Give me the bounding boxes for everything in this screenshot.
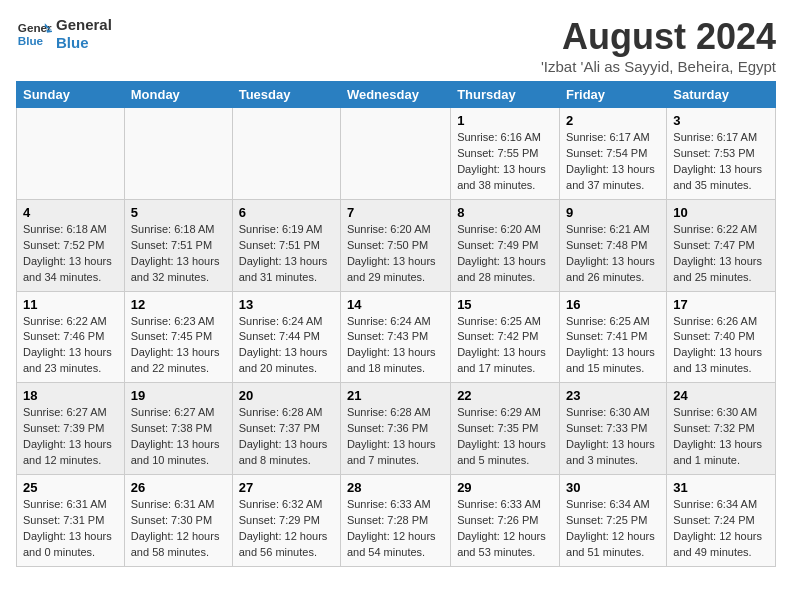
day-number: 16 <box>566 297 660 312</box>
title-area: August 2024 'Izbat 'Ali as Sayyid, Behei… <box>541 16 776 75</box>
header-wednesday: Wednesday <box>340 82 450 108</box>
day-cell: 23Sunrise: 6:30 AM Sunset: 7:33 PM Dayli… <box>560 383 667 475</box>
day-number: 24 <box>673 388 769 403</box>
day-cell: 27Sunrise: 6:32 AM Sunset: 7:29 PM Dayli… <box>232 475 340 567</box>
logo: General Blue General Blue <box>16 16 112 52</box>
day-cell <box>17 108 125 200</box>
day-cell <box>232 108 340 200</box>
day-cell: 18Sunrise: 6:27 AM Sunset: 7:39 PM Dayli… <box>17 383 125 475</box>
day-number: 6 <box>239 205 334 220</box>
day-number: 30 <box>566 480 660 495</box>
header-tuesday: Tuesday <box>232 82 340 108</box>
header-saturday: Saturday <box>667 82 776 108</box>
day-info: Sunrise: 6:24 AM Sunset: 7:44 PM Dayligh… <box>239 314 334 378</box>
day-cell: 20Sunrise: 6:28 AM Sunset: 7:37 PM Dayli… <box>232 383 340 475</box>
svg-text:Blue: Blue <box>18 34 44 47</box>
day-number: 10 <box>673 205 769 220</box>
logo-line2: Blue <box>56 34 112 52</box>
day-info: Sunrise: 6:21 AM Sunset: 7:48 PM Dayligh… <box>566 222 660 286</box>
day-info: Sunrise: 6:27 AM Sunset: 7:39 PM Dayligh… <box>23 405 118 469</box>
day-info: Sunrise: 6:34 AM Sunset: 7:25 PM Dayligh… <box>566 497 660 561</box>
day-cell: 25Sunrise: 6:31 AM Sunset: 7:31 PM Dayli… <box>17 475 125 567</box>
day-cell: 4Sunrise: 6:18 AM Sunset: 7:52 PM Daylig… <box>17 199 125 291</box>
header: General Blue General Blue August 2024 'I… <box>16 16 776 75</box>
header-sunday: Sunday <box>17 82 125 108</box>
day-cell: 16Sunrise: 6:25 AM Sunset: 7:41 PM Dayli… <box>560 291 667 383</box>
day-number: 2 <box>566 113 660 128</box>
day-cell: 2Sunrise: 6:17 AM Sunset: 7:54 PM Daylig… <box>560 108 667 200</box>
day-number: 31 <box>673 480 769 495</box>
day-cell: 29Sunrise: 6:33 AM Sunset: 7:26 PM Dayli… <box>451 475 560 567</box>
day-info: Sunrise: 6:18 AM Sunset: 7:51 PM Dayligh… <box>131 222 226 286</box>
week-row-3: 11Sunrise: 6:22 AM Sunset: 7:46 PM Dayli… <box>17 291 776 383</box>
day-number: 25 <box>23 480 118 495</box>
day-info: Sunrise: 6:34 AM Sunset: 7:24 PM Dayligh… <box>673 497 769 561</box>
day-number: 5 <box>131 205 226 220</box>
main-title: August 2024 <box>541 16 776 58</box>
day-cell: 3Sunrise: 6:17 AM Sunset: 7:53 PM Daylig… <box>667 108 776 200</box>
day-cell: 11Sunrise: 6:22 AM Sunset: 7:46 PM Dayli… <box>17 291 125 383</box>
day-info: Sunrise: 6:16 AM Sunset: 7:55 PM Dayligh… <box>457 130 553 194</box>
day-info: Sunrise: 6:17 AM Sunset: 7:53 PM Dayligh… <box>673 130 769 194</box>
subtitle: 'Izbat 'Ali as Sayyid, Beheira, Egypt <box>541 58 776 75</box>
day-cell: 8Sunrise: 6:20 AM Sunset: 7:49 PM Daylig… <box>451 199 560 291</box>
day-cell: 1Sunrise: 6:16 AM Sunset: 7:55 PM Daylig… <box>451 108 560 200</box>
day-cell <box>124 108 232 200</box>
day-info: Sunrise: 6:20 AM Sunset: 7:50 PM Dayligh… <box>347 222 444 286</box>
day-number: 27 <box>239 480 334 495</box>
day-info: Sunrise: 6:31 AM Sunset: 7:31 PM Dayligh… <box>23 497 118 561</box>
day-cell: 9Sunrise: 6:21 AM Sunset: 7:48 PM Daylig… <box>560 199 667 291</box>
day-number: 22 <box>457 388 553 403</box>
day-cell: 5Sunrise: 6:18 AM Sunset: 7:51 PM Daylig… <box>124 199 232 291</box>
day-number: 18 <box>23 388 118 403</box>
day-info: Sunrise: 6:18 AM Sunset: 7:52 PM Dayligh… <box>23 222 118 286</box>
day-number: 9 <box>566 205 660 220</box>
day-info: Sunrise: 6:32 AM Sunset: 7:29 PM Dayligh… <box>239 497 334 561</box>
day-number: 20 <box>239 388 334 403</box>
calendar-header-row: SundayMondayTuesdayWednesdayThursdayFrid… <box>17 82 776 108</box>
day-info: Sunrise: 6:33 AM Sunset: 7:28 PM Dayligh… <box>347 497 444 561</box>
day-info: Sunrise: 6:33 AM Sunset: 7:26 PM Dayligh… <box>457 497 553 561</box>
day-info: Sunrise: 6:22 AM Sunset: 7:46 PM Dayligh… <box>23 314 118 378</box>
day-cell: 28Sunrise: 6:33 AM Sunset: 7:28 PM Dayli… <box>340 475 450 567</box>
day-number: 17 <box>673 297 769 312</box>
day-cell <box>340 108 450 200</box>
day-number: 1 <box>457 113 553 128</box>
week-row-2: 4Sunrise: 6:18 AM Sunset: 7:52 PM Daylig… <box>17 199 776 291</box>
day-cell: 12Sunrise: 6:23 AM Sunset: 7:45 PM Dayli… <box>124 291 232 383</box>
day-cell: 6Sunrise: 6:19 AM Sunset: 7:51 PM Daylig… <box>232 199 340 291</box>
day-cell: 30Sunrise: 6:34 AM Sunset: 7:25 PM Dayli… <box>560 475 667 567</box>
day-info: Sunrise: 6:25 AM Sunset: 7:42 PM Dayligh… <box>457 314 553 378</box>
day-info: Sunrise: 6:23 AM Sunset: 7:45 PM Dayligh… <box>131 314 226 378</box>
day-number: 8 <box>457 205 553 220</box>
day-cell: 7Sunrise: 6:20 AM Sunset: 7:50 PM Daylig… <box>340 199 450 291</box>
day-cell: 19Sunrise: 6:27 AM Sunset: 7:38 PM Dayli… <box>124 383 232 475</box>
day-info: Sunrise: 6:27 AM Sunset: 7:38 PM Dayligh… <box>131 405 226 469</box>
day-number: 7 <box>347 205 444 220</box>
day-number: 12 <box>131 297 226 312</box>
day-cell: 21Sunrise: 6:28 AM Sunset: 7:36 PM Dayli… <box>340 383 450 475</box>
logo-icon: General Blue <box>16 16 52 52</box>
day-info: Sunrise: 6:17 AM Sunset: 7:54 PM Dayligh… <box>566 130 660 194</box>
day-info: Sunrise: 6:25 AM Sunset: 7:41 PM Dayligh… <box>566 314 660 378</box>
week-row-1: 1Sunrise: 6:16 AM Sunset: 7:55 PM Daylig… <box>17 108 776 200</box>
day-cell: 10Sunrise: 6:22 AM Sunset: 7:47 PM Dayli… <box>667 199 776 291</box>
day-number: 21 <box>347 388 444 403</box>
day-info: Sunrise: 6:30 AM Sunset: 7:33 PM Dayligh… <box>566 405 660 469</box>
day-number: 4 <box>23 205 118 220</box>
day-number: 28 <box>347 480 444 495</box>
day-number: 23 <box>566 388 660 403</box>
day-cell: 14Sunrise: 6:24 AM Sunset: 7:43 PM Dayli… <box>340 291 450 383</box>
day-info: Sunrise: 6:26 AM Sunset: 7:40 PM Dayligh… <box>673 314 769 378</box>
day-number: 19 <box>131 388 226 403</box>
day-cell: 26Sunrise: 6:31 AM Sunset: 7:30 PM Dayli… <box>124 475 232 567</box>
day-number: 14 <box>347 297 444 312</box>
day-info: Sunrise: 6:29 AM Sunset: 7:35 PM Dayligh… <box>457 405 553 469</box>
week-row-4: 18Sunrise: 6:27 AM Sunset: 7:39 PM Dayli… <box>17 383 776 475</box>
day-cell: 15Sunrise: 6:25 AM Sunset: 7:42 PM Dayli… <box>451 291 560 383</box>
week-row-5: 25Sunrise: 6:31 AM Sunset: 7:31 PM Dayli… <box>17 475 776 567</box>
day-cell: 24Sunrise: 6:30 AM Sunset: 7:32 PM Dayli… <box>667 383 776 475</box>
header-monday: Monday <box>124 82 232 108</box>
calendar-table: SundayMondayTuesdayWednesdayThursdayFrid… <box>16 81 776 567</box>
day-cell: 22Sunrise: 6:29 AM Sunset: 7:35 PM Dayli… <box>451 383 560 475</box>
